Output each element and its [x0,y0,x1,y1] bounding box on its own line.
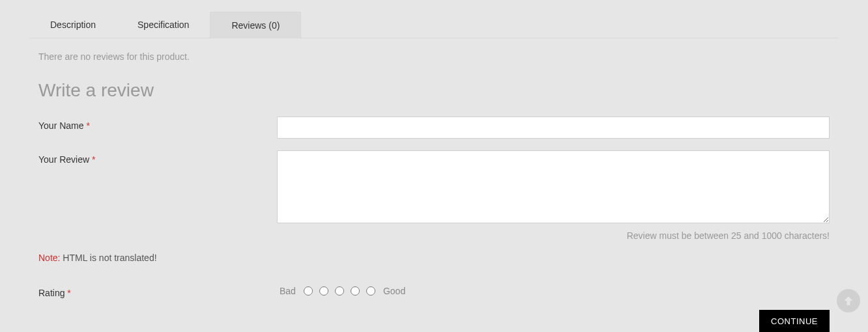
required-mark: * [67,288,70,298]
rating-radio-2[interactable] [319,286,328,296]
your-name-input[interactable] [277,117,830,139]
your-review-textarea[interactable] [277,150,830,223]
rating-radio-4[interactable] [351,286,360,296]
rating-radio-5[interactable] [366,286,375,296]
tabs: Description Specification Reviews (0) [29,12,839,38]
your-review-label: Your Review * [38,150,277,241]
rating-radio-1[interactable] [304,286,313,296]
scroll-to-top-button[interactable] [837,289,860,312]
no-reviews-message: There are no reviews for this product. [38,51,830,62]
continue-button[interactable]: CONTINUE [759,310,830,332]
note-row: Note: HTML is not translated! [38,253,830,263]
rating-field: Bad Good [277,284,830,298]
required-mark: * [92,154,95,165]
write-review-heading: Write a review [38,80,830,101]
rating-good-label: Good [383,286,405,296]
tab-reviews[interactable]: Reviews (0) [210,12,301,38]
review-help-text: Review must be between 25 and 1000 chara… [277,230,830,241]
rating-label: Rating * [38,284,277,298]
your-name-label: Your Name * [38,117,277,139]
required-mark: * [86,120,89,131]
arrow-up-icon [842,294,855,307]
note-text: HTML is not translated! [60,253,156,263]
rating-radio-3[interactable] [335,286,344,296]
tab-specification[interactable]: Specification [117,12,210,38]
reviews-panel: There are no reviews for this product. W… [29,38,839,332]
tab-description[interactable]: Description [29,12,117,38]
note-label: Note: [38,253,60,263]
rating-bad-label: Bad [280,286,296,296]
